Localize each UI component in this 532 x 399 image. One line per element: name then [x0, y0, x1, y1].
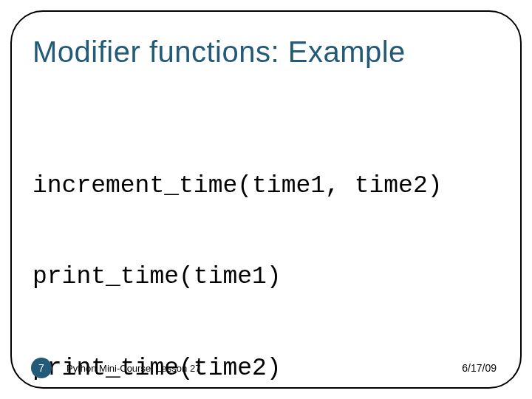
footer-course: Python Mini-Course: Lesson 27 [66, 363, 200, 374]
page-number: 7 [38, 362, 44, 374]
footer-date: 6/17/09 [462, 362, 497, 374]
slide: Modifier functions: Example increment_ti… [0, 0, 532, 399]
page-number-badge: 7 [31, 358, 52, 378]
slide-title: Modifier functions: Example [33, 35, 406, 69]
code-line: print_time(time1) [33, 262, 443, 292]
code-line: increment_time(time1, time2) [33, 171, 443, 201]
code-block: increment_time(time1, time2) print_time(… [33, 109, 443, 399]
